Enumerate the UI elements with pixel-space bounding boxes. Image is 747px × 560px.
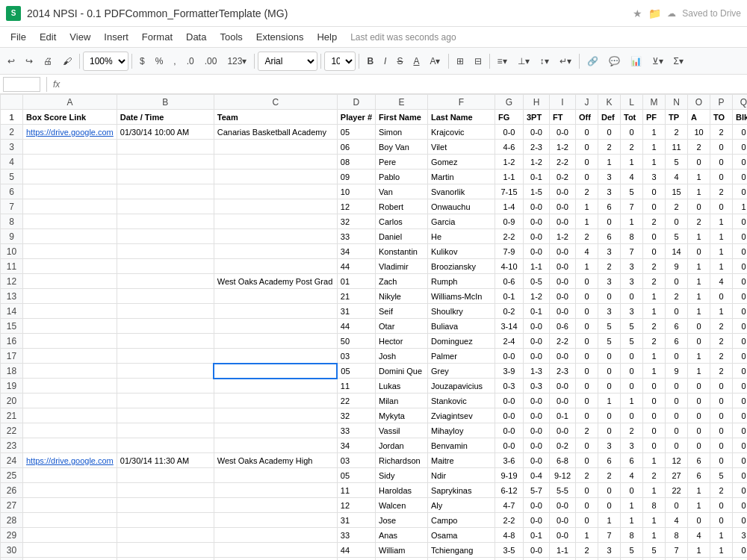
cell-9-I[interactable]: 1-2 (550, 229, 576, 244)
cell-11-A[interactable] (23, 259, 117, 274)
cell-13-N[interactable]: 2 (666, 289, 688, 304)
cell-26-N[interactable]: 22 (666, 483, 688, 498)
cell-2-L[interactable]: 0 (621, 125, 643, 140)
cell-2-O[interactable]: 10 (688, 125, 710, 140)
cell-19-F[interactable]: Jouzapavicius (428, 379, 495, 393)
cell-10-G[interactable]: 7-9 (495, 244, 524, 259)
cell-13-A[interactable] (23, 289, 117, 304)
cell-20-G[interactable]: 0-0 (495, 393, 524, 408)
cell-16-Q[interactable]: 0 (733, 334, 748, 349)
cell-ref-input[interactable] (3, 77, 40, 92)
cell-25-K[interactable]: 2 (598, 468, 621, 483)
cell-11-O[interactable]: 1 (688, 259, 710, 274)
col-header-F[interactable]: F (428, 95, 495, 110)
cell-31-A[interactable] (23, 558, 117, 561)
header-Q[interactable]: Blk (733, 110, 748, 125)
cell-5-D[interactable]: 09 (337, 169, 375, 184)
cell-10-D[interactable]: 34 (337, 244, 375, 259)
cell-2-P[interactable]: 2 (710, 125, 733, 140)
cell-5-C[interactable] (214, 169, 337, 184)
cell-12-K[interactable]: 3 (598, 274, 621, 289)
cell-3-L[interactable]: 2 (621, 140, 643, 155)
cell-16-B[interactable] (117, 334, 214, 349)
cell-14-P[interactable]: 1 (710, 304, 733, 319)
format-123-button[interactable]: 123▾ (223, 55, 251, 68)
cell-28-A[interactable] (23, 513, 117, 528)
cell-19-I[interactable]: 0-0 (550, 379, 576, 393)
cell-8-I[interactable]: 0-0 (550, 214, 576, 229)
cell-9-N[interactable]: 5 (666, 229, 688, 244)
cell-21-K[interactable]: 0 (598, 408, 621, 423)
cell-9-D[interactable]: 33 (337, 229, 375, 244)
cell-18-L[interactable]: 0 (621, 364, 643, 379)
cell-19-C[interactable] (214, 379, 337, 393)
cell-8-B[interactable] (117, 214, 214, 229)
cell-15-B[interactable] (117, 319, 214, 334)
cell-27-O[interactable]: 1 (688, 498, 710, 513)
cell-31-I[interactable]: 2-2 (550, 558, 576, 561)
cell-11-L[interactable]: 3 (621, 259, 643, 274)
cell-2-A[interactable]: https://drive.google.com (23, 125, 117, 140)
cell-14-Q[interactable]: 0 (733, 304, 748, 319)
link-button[interactable]: 🔗 (583, 55, 603, 68)
cell-23-P[interactable]: 0 (710, 438, 733, 453)
cell-15-G[interactable]: 3-14 (495, 319, 524, 334)
cell-15-Q[interactable]: 0 (733, 319, 748, 334)
cell-20-E[interactable]: Milan (376, 393, 428, 408)
col-header-G[interactable]: G (495, 95, 524, 110)
cell-8-E[interactable]: Carlos (376, 214, 428, 229)
cell-5-G[interactable]: 1-1 (495, 169, 524, 184)
cell-28-M[interactable]: 1 (643, 513, 666, 528)
cell-27-J[interactable]: 0 (576, 498, 598, 513)
header-F[interactable]: Last Name (428, 110, 495, 125)
cell-8-G[interactable]: 0-9 (495, 214, 524, 229)
function-button[interactable]: Σ▾ (669, 55, 688, 68)
cell-3-C[interactable] (214, 140, 337, 155)
menu-extensions[interactable]: Extensions (250, 29, 310, 45)
cell-15-O[interactable]: 0 (688, 319, 710, 334)
cell-21-O[interactable]: 0 (688, 408, 710, 423)
cell-13-P[interactable]: 0 (710, 289, 733, 304)
cell-19-D[interactable]: 11 (337, 379, 375, 393)
cell-5-I[interactable]: 0-2 (550, 169, 576, 184)
cell-28-L[interactable]: 1 (621, 513, 643, 528)
cell-17-D[interactable]: 03 (337, 349, 375, 364)
cell-4-A[interactable] (23, 155, 117, 169)
cell-20-Q[interactable]: 0 (733, 393, 748, 408)
cell-4-E[interactable]: Pere (376, 155, 428, 169)
cell-17-B[interactable] (117, 349, 214, 364)
cell-18-N[interactable]: 9 (666, 364, 688, 379)
cell-27-Q[interactable]: 0 (733, 498, 748, 513)
cell-17-M[interactable]: 1 (643, 349, 666, 364)
cell-26-P[interactable]: 2 (710, 483, 733, 498)
cell-23-D[interactable]: 34 (337, 438, 375, 453)
cell-31-P[interactable]: 6 (710, 558, 733, 561)
cell-11-E[interactable]: Vladimir (376, 259, 428, 274)
cell-24-N[interactable]: 12 (666, 453, 688, 468)
cell-22-I[interactable]: 0-0 (550, 423, 576, 438)
cell-12-I[interactable]: 0-0 (550, 274, 576, 289)
cell-16-J[interactable]: 0 (576, 334, 598, 349)
cell-9-P[interactable]: 1 (710, 229, 733, 244)
cell-11-F[interactable]: Brooziansky (428, 259, 495, 274)
header-P[interactable]: TO (710, 110, 733, 125)
cell-30-K[interactable]: 3 (598, 543, 621, 558)
cell-7-B[interactable] (117, 199, 214, 214)
menu-data[interactable]: Data (180, 29, 212, 45)
sheet-container[interactable]: A B C D E F G H I J K L M N O P Q R (0, 94, 747, 560)
cell-5-F[interactable]: Martin (428, 169, 495, 184)
col-header-A[interactable]: A (23, 95, 117, 110)
cell-9-M[interactable]: 0 (643, 229, 666, 244)
header-J[interactable]: Off (576, 110, 598, 125)
cell-30-N[interactable]: 7 (666, 543, 688, 558)
cell-8-Q[interactable]: 0 (733, 214, 748, 229)
cell-4-O[interactable]: 0 (688, 155, 710, 169)
cell-21-G[interactable]: 0-0 (495, 408, 524, 423)
cell-29-E[interactable]: Anas (376, 528, 428, 543)
col-header-J[interactable]: J (576, 95, 598, 110)
cell-24-A[interactable]: https://drive.google.com (23, 453, 117, 468)
cell-4-D[interactable]: 08 (337, 155, 375, 169)
cell-3-D[interactable]: 06 (337, 140, 375, 155)
cell-25-P[interactable]: 5 (710, 468, 733, 483)
cell-16-K[interactable]: 5 (598, 334, 621, 349)
